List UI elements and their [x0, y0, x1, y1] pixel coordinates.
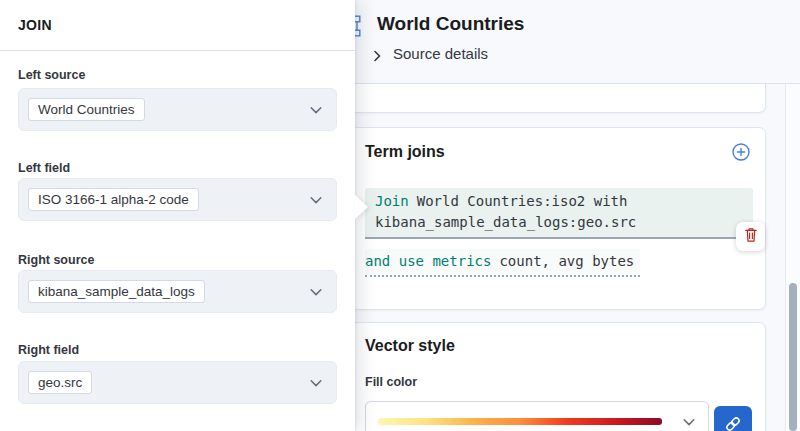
- plus-in-circle-icon: [731, 142, 751, 162]
- right-field-select[interactable]: geo.src: [18, 361, 337, 404]
- chevron-down-icon: [308, 284, 324, 300]
- link-field-button[interactable]: [714, 406, 752, 431]
- chevron-right-icon: [372, 48, 383, 60]
- scrollbar-thumb[interactable]: [789, 283, 797, 431]
- source-details-toggle[interactable]: Source details: [372, 45, 488, 62]
- term-joins-card: Term joins JoinWorld Countries:iso2 with…: [350, 127, 766, 310]
- join-expression-line1: JoinWorld Countries:iso2 with: [375, 191, 743, 212]
- join-expression-line2: kibana_sample_data_logs:geo.src: [375, 212, 743, 233]
- add-join-button[interactable]: [731, 142, 751, 162]
- left-field-label: Left field: [18, 161, 70, 175]
- delete-join-button[interactable]: [736, 222, 765, 251]
- join-expression[interactable]: JoinWorld Countries:iso2 with kibana_sam…: [365, 188, 753, 239]
- right-source-select[interactable]: kibana_sample_data_logs: [18, 270, 337, 313]
- chevron-down-icon: [308, 192, 324, 208]
- left-source-label: Left source: [18, 68, 85, 82]
- right-source-token: kibana_sample_data_logs: [28, 280, 205, 303]
- vector-style-heading: Vector style: [365, 337, 455, 355]
- left-field-token: ISO 3166-1 alpha-2 code: [28, 188, 199, 211]
- fill-color-select[interactable]: [365, 401, 709, 431]
- right-source-label: Right source: [18, 253, 94, 267]
- source-details-label: Source details: [393, 45, 488, 62]
- clipped-card: [350, 84, 766, 113]
- fill-color-ramp: [378, 418, 662, 425]
- fill-color-label: Fill color: [365, 375, 417, 389]
- vector-style-header: Vector style: [365, 337, 751, 355]
- metrics-expression[interactable]: and use metricscount, avg bytes: [365, 249, 640, 277]
- chevron-down-icon: [681, 414, 697, 430]
- trash-icon: [743, 227, 759, 246]
- maps-app-screen: World Countries Source details Term join…: [0, 0, 800, 431]
- popover-arrow: [355, 195, 368, 219]
- right-field-label: Right field: [18, 343, 79, 357]
- left-source-token: World Countries: [28, 98, 145, 121]
- scrollbar-track[interactable]: [785, 84, 800, 431]
- term-joins-heading: Term joins: [365, 143, 445, 161]
- vector-style-card: Vector style Fill color: [350, 322, 766, 431]
- right-field-token: geo.src: [28, 371, 92, 394]
- term-joins-header: Term joins: [365, 142, 751, 162]
- layer-title: World Countries: [377, 11, 524, 37]
- chevron-down-icon: [308, 375, 324, 391]
- join-popover: JOIN Left source World Countries Left fi…: [0, 0, 355, 431]
- chevron-down-icon: [308, 102, 324, 118]
- popover-divider: [0, 50, 355, 51]
- popover-title: JOIN: [18, 17, 52, 33]
- left-source-select[interactable]: World Countries: [18, 88, 337, 131]
- left-field-select[interactable]: ISO 3166-1 alpha-2 code: [18, 178, 337, 221]
- link-icon: [724, 415, 742, 431]
